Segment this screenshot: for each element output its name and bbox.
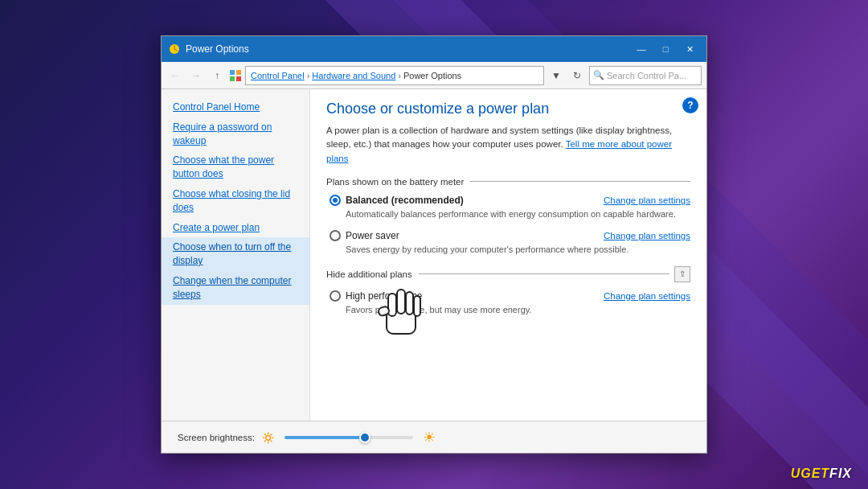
additional-plans-label: Hide additional plans — [326, 269, 419, 279]
sidebar: Control Panel Home Require a password on… — [162, 89, 310, 421]
close-button[interactable]: ✕ — [679, 41, 700, 57]
path-power-options: Power Options — [403, 71, 461, 80]
plan-power-saver-name: Power saver — [346, 230, 399, 241]
plan-power-saver-description: Saves energy by reducing your computer's… — [330, 244, 690, 256]
sidebar-item-require-password[interactable]: Require a password on wakeup — [162, 117, 309, 151]
control-panel-icon — [229, 69, 242, 82]
plan-balanced: Balanced (recommended) Change plan setti… — [326, 195, 690, 220]
brightness-icon-high: ☀ — [423, 429, 436, 446]
refresh-button[interactable]: ↻ — [568, 67, 586, 84]
plan-high-performance: High performance Change plan settings Fa… — [326, 290, 690, 316]
title-bar: Power Options — □ ✕ — [162, 36, 706, 62]
up-button[interactable]: ↑ — [208, 67, 226, 84]
plan-power-saver-change-link[interactable]: Change plan settings — [604, 231, 690, 240]
sidebar-highlighted-area: Choose when to turn off the display Chan… — [162, 237, 309, 304]
plan-high-performance-radio[interactable] — [330, 290, 341, 302]
panel-title: Choose or customize a power plan — [326, 101, 690, 117]
power-options-window: Power Options — □ ✕ ← → ↑ Control Panel … — [161, 35, 707, 454]
svg-rect-3 — [230, 76, 235, 81]
maximize-button[interactable]: □ — [655, 41, 676, 57]
window-controls: — □ ✕ — [631, 41, 700, 57]
brightness-thumb[interactable] — [359, 432, 371, 443]
address-path[interactable]: Control Panel › Hardware and Sound › Pow… — [245, 66, 544, 85]
brightness-slider[interactable] — [285, 436, 413, 439]
plans-section-label: Plans shown on the battery meter — [326, 177, 470, 187]
plan-power-saver-radio[interactable] — [330, 230, 341, 241]
minimize-button[interactable]: — — [631, 41, 652, 57]
search-box[interactable]: 🔍 Search Control Pa... — [589, 66, 702, 85]
help-button[interactable]: ? — [682, 97, 698, 113]
plan-balanced-name: Balanced (recommended) — [346, 195, 464, 206]
back-button[interactable]: ← — [166, 67, 184, 84]
watermark-suffix: FIX — [829, 466, 852, 480]
svg-rect-2 — [236, 70, 241, 75]
plan-high-performance-change-link[interactable]: Change plan settings — [604, 291, 690, 301]
sidebar-item-change-sleep[interactable]: Change when the computer sleeps — [162, 271, 309, 305]
plan-power-saver-header: Power saver Change plan settings — [330, 230, 690, 241]
plan-balanced-change-link[interactable]: Change plan settings — [604, 195, 690, 205]
brightness-label: Screen brightness: — [178, 433, 255, 442]
plan-balanced-label[interactable]: Balanced (recommended) — [330, 195, 464, 206]
sidebar-item-control-panel-home[interactable]: Control Panel Home — [162, 97, 309, 117]
panel-description: A power plan is a collection of hardware… — [326, 124, 690, 166]
svg-rect-4 — [236, 76, 241, 81]
plan-power-saver: Power saver Change plan settings Saves e… — [326, 230, 690, 256]
additional-section-line — [419, 273, 669, 274]
plan-power-saver-label[interactable]: Power saver — [330, 230, 399, 241]
plan-high-performance-label[interactable]: High performance — [330, 290, 422, 302]
bottom-bar: Screen brightness: 🔅 ☀ — [162, 421, 706, 453]
search-placeholder: Search Control Pa... — [607, 71, 686, 80]
right-panel: ? Choose or customize a power plan A pow… — [310, 89, 706, 421]
section-line — [470, 181, 690, 182]
sidebar-item-turn-off-display[interactable]: Choose when to turn off the display — [162, 237, 309, 271]
svg-rect-1 — [230, 70, 235, 75]
sidebar-item-lid-close[interactable]: Choose what closing the lid does — [162, 184, 309, 218]
additional-plans-toggle[interactable]: ⇧ — [674, 266, 690, 282]
plan-balanced-header: Balanced (recommended) Change plan setti… — [330, 195, 690, 206]
plan-balanced-radio[interactable] — [330, 195, 341, 206]
address-bar: ← → ↑ Control Panel › Hardware and Sound… — [162, 62, 706, 89]
forward-button[interactable]: → — [187, 67, 205, 84]
sidebar-item-power-button[interactable]: Choose what the power button does — [162, 150, 309, 184]
plan-high-performance-name: High performance — [346, 290, 422, 302]
plan-balanced-description: Automatically balances performance with … — [330, 208, 690, 220]
watermark: UGETFIX — [791, 466, 852, 481]
dropdown-button[interactable]: ▼ — [547, 67, 565, 84]
plan-high-performance-description: Favors performance, but may use more ene… — [330, 304, 690, 316]
window-icon — [168, 43, 181, 55]
watermark-prefix: UGET — [791, 466, 829, 480]
brightness-icon-low: 🔅 — [261, 431, 275, 444]
main-content: Control Panel Home Require a password on… — [162, 89, 706, 421]
additional-plans-section-header: Hide additional plans ⇧ — [326, 266, 690, 282]
sidebar-spacer — [162, 305, 309, 421]
path-control-panel: Control Panel — [251, 71, 305, 80]
sidebar-item-create-plan[interactable]: Create a power plan — [162, 218, 309, 238]
plan-high-performance-header: High performance Change plan settings — [330, 290, 690, 302]
path-hardware-sound: Hardware and Sound — [312, 71, 395, 80]
plans-section-header: Plans shown on the battery meter — [326, 177, 690, 187]
search-icon: 🔍 — [593, 70, 604, 80]
window-title: Power Options — [186, 43, 631, 55]
